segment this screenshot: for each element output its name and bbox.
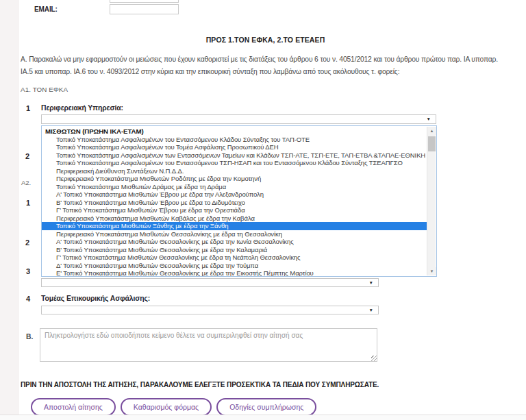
scroll-down-icon[interactable]: ▼ [427,267,436,275]
dropdown-option[interactable]: Περιφερειακό Υποκατάστημα Μισθωτών Καβάλ… [42,214,427,223]
dropdown-scrollbar[interactable]: ▲ ▼ [427,127,436,275]
email-input[interactable] [110,4,179,14]
dropdown-option[interactable]: Περιφερειακό Υποκατάστημα Μισθωτών Θεσσα… [42,230,427,238]
dropdown-option[interactable]: Α' Τοπικό Υποκατάστημα Μισθωτών Θεσσαλον… [42,238,427,246]
chevron-down-icon: ▼ [427,116,431,121]
a2-field1-number: 1 [26,199,30,207]
dropdown-option[interactable]: Περιφερειακό Υποκατάστημα Μισθωτών Ροδόπ… [42,175,427,183]
dropdown-option[interactable]: Τοπικό Υποκατάστημα Μισθωτών Δράμας με έ… [42,183,427,191]
field4-label: Τομέας Επικουρικής Ασφάλισης: [41,295,150,302]
a2-field2-number: 2 [25,238,29,247]
field2-number: 2 [25,152,29,160]
email-field-label: EMAIL: [34,5,58,13]
dropdown-option[interactable]: Γ' Τοπικό Υποκατάστημα Μισθωτών Έβρου με… [42,206,427,214]
chevron-down-icon: ▼ [369,280,373,285]
dropdown-option[interactable]: Ε' Τοπικό Υποκατάστημα Μισθωτών Θεσσαλον… [42,269,427,277]
page-bottom-edge [0,415,526,420]
clear-form-button[interactable]: Καθαρισμός φόρμας [121,398,212,416]
dropdown-option[interactable]: Τοπικό Υποκατάστημα Ασφαλισμένων του Τομ… [42,143,427,151]
phone-input[interactable] [110,0,179,3]
dropdown-option[interactable]: Τοπικό Υποκατάστημα Ασφαλισμένων των Εντ… [42,151,427,160]
dropdown-items-container: ΜΙΣΘΩΤΩΝ (ΠΡΩΗΝ ΙΚΑ-ΕΤΑΜ)Τοπικό Υποκατάσ… [42,127,427,277]
section-a2-label: Α2. [21,179,31,186]
field3-select[interactable]: ▼ [41,278,379,287]
phone-field-label: ΑΡΙΘΜΟΣ ΤΗΛΕΦΩΝΟΥ: [34,0,112,1]
dropdown-option[interactable]: Γ' Τοπικό Υποκατάστημα Μισθωτών Θεσσαλον… [42,254,427,262]
textarea-resize-handle-icon[interactable] [371,356,377,361]
section-a1-label: Α1. ΤΟΝ ΕΦΚΑ [21,86,68,93]
dropdown-option[interactable]: Δ' Τοπικό Υποκατάστημα Μισθωτών Θεσσαλον… [42,262,427,270]
form-heading: ΠΡΟΣ 1.ΤΟΝ ΕΦΚΑ, 2.ΤΟ ΕΤΕΑΕΠ [21,36,510,44]
page-left-margin [0,0,19,415]
field4-number: 4 [26,295,30,303]
dropdown-option[interactable]: Τοπικό Υποκατάστημα Μισθωτών Ξάνθης με έ… [42,222,427,230]
chevron-down-icon: ▼ [369,308,373,312]
scroll-up-icon[interactable]: ▲ [427,127,436,135]
free-text-comment-textarea[interactable] [40,328,377,362]
dropdown-option[interactable]: Β' Τοπικό Υποκατάστημα Μισθωτών Έβρου με… [42,199,427,207]
field-b-label: Β. [26,333,33,341]
pre-submit-warning-text: ΠΡΙΝ ΤΗΝ ΑΠΟΣΤΟΛΗ ΤΗΣ ΑΙΤΗΣΗΣ, ΠΑΡΑΚΑΛΟΥ… [21,381,379,388]
field1-label: Περιφερειακή Υπηρεσία: [41,104,123,112]
form-actions: Αποστολή αίτησης Καθαρισμός φόρμας Οδηγί… [31,398,316,416]
dropdown-option[interactable]: Α' Τοπικό Υποκατάστημα Μισθωτών Έβρου με… [42,190,427,199]
regional-service-dropdown-list[interactable]: ΜΙΣΘΩΤΩΝ (ΠΡΩΗΝ ΙΚΑ-ΕΤΑΜ)Τοπικό Υποκατάσ… [41,125,437,277]
a2-field3-number: 3 [26,267,30,275]
dropdown-group-header[interactable]: ΜΙΣΘΩΤΩΝ (ΠΡΩΗΝ ΙΚΑ-ΕΤΑΜ) [42,127,427,136]
submit-application-button[interactable]: Αποστολή αίτησης [31,398,116,416]
dropdown-option[interactable]: Τοπικό Υποκατάστημα Ασφαλισμένων του Εντ… [42,159,427,167]
efka-application-form-page: ΑΡΙΘΜΟΣ ΤΗΛΕΦΩΝΟΥ: EMAIL: ΠΡΟΣ 1.ΤΟΝ ΕΦΚ… [0,0,526,420]
dropdown-option[interactable]: Περιφερειακή Διεύθυνση Συντάξεων Ν.Π.Δ.Δ… [42,167,427,175]
dropdown-option[interactable]: Τοπικό Υποκατάστημα Ασφαλισμένων του Εντ… [42,136,427,144]
regional-service-select[interactable]: ▼ [41,114,436,124]
paragraph-a: Α. Παρακαλώ να μην εφαρμοστούν οι μειώσε… [21,53,511,77]
field1-number: 1 [26,104,30,112]
scrollbar-thumb[interactable] [428,136,436,151]
filling-instructions-button[interactable]: Οδηγίες συμπλήρωσης [216,398,316,416]
dropdown-option[interactable]: Β' Τοπικό Υποκατάστημα Μισθωτών Θεσσαλον… [42,246,427,254]
supplementary-insurance-select[interactable]: ▼ [41,306,379,314]
